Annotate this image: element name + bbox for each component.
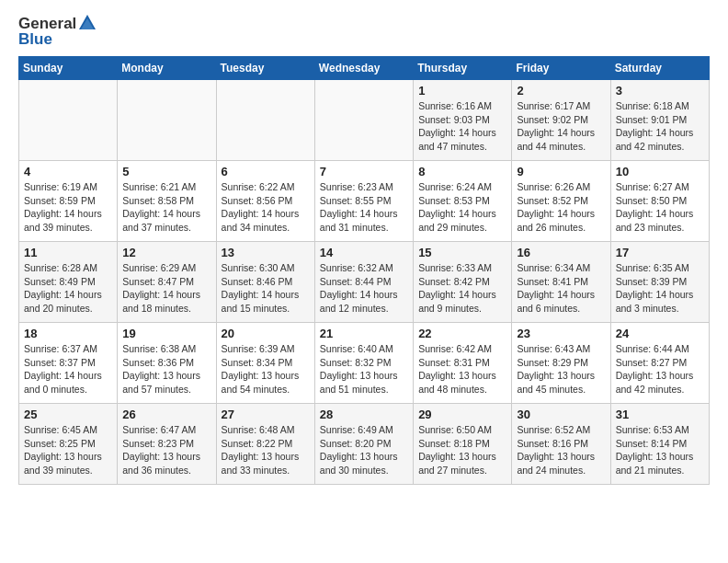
day-info: Sunrise: 6:23 AM Sunset: 8:55 PM Dayligh…: [320, 180, 408, 235]
day-number: 4: [24, 165, 112, 178]
calendar-cell: [19, 80, 118, 161]
calendar-cell: 20Sunrise: 6:39 AM Sunset: 8:34 PM Dayli…: [216, 323, 314, 404]
day-info: Sunrise: 6:34 AM Sunset: 8:41 PM Dayligh…: [517, 261, 605, 316]
calendar-cell: 17Sunrise: 6:35 AM Sunset: 8:39 PM Dayli…: [610, 242, 709, 323]
day-number: 22: [418, 327, 506, 340]
calendar-cell: 2Sunrise: 6:17 AM Sunset: 9:02 PM Daylig…: [512, 80, 610, 161]
day-number: 28: [320, 408, 408, 421]
day-info: Sunrise: 6:40 AM Sunset: 8:32 PM Dayligh…: [320, 342, 408, 396]
calendar-cell: 31Sunrise: 6:53 AM Sunset: 8:14 PM Dayli…: [610, 404, 709, 485]
day-info: Sunrise: 6:47 AM Sunset: 8:23 PM Dayligh…: [122, 423, 210, 477]
day-info: Sunrise: 6:52 AM Sunset: 8:16 PM Dayligh…: [517, 423, 605, 477]
calendar-cell: 30Sunrise: 6:52 AM Sunset: 8:16 PM Dayli…: [512, 404, 610, 485]
day-info: Sunrise: 6:33 AM Sunset: 8:42 PM Dayligh…: [418, 261, 506, 316]
calendar-cell: 15Sunrise: 6:33 AM Sunset: 8:42 PM Dayli…: [414, 242, 512, 323]
day-info: Sunrise: 6:45 AM Sunset: 8:25 PM Dayligh…: [24, 423, 112, 477]
calendar-cell: 10Sunrise: 6:27 AM Sunset: 8:50 PM Dayli…: [610, 161, 709, 242]
col-header-friday: Friday: [512, 57, 610, 80]
header: General Blue: [18, 15, 710, 49]
day-info: Sunrise: 6:29 AM Sunset: 8:47 PM Dayligh…: [122, 261, 210, 316]
day-number: 13: [222, 246, 310, 259]
calendar-cell: [314, 80, 413, 161]
calendar-cell: 14Sunrise: 6:32 AM Sunset: 8:44 PM Dayli…: [314, 242, 413, 323]
day-info: Sunrise: 6:19 AM Sunset: 8:59 PM Dayligh…: [24, 180, 112, 235]
day-number: 23: [517, 327, 605, 340]
logo-blue: Blue: [18, 30, 97, 49]
col-header-thursday: Thursday: [414, 57, 512, 80]
day-info: Sunrise: 6:28 AM Sunset: 8:49 PM Dayligh…: [24, 261, 112, 316]
day-number: 18: [24, 327, 112, 340]
day-number: 7: [320, 165, 408, 178]
calendar-week-3: 11Sunrise: 6:28 AM Sunset: 8:49 PM Dayli…: [19, 242, 710, 323]
logo: General Blue: [18, 15, 97, 49]
calendar-cell: 5Sunrise: 6:21 AM Sunset: 8:58 PM Daylig…: [118, 161, 216, 242]
calendar-cell: 22Sunrise: 6:42 AM Sunset: 8:31 PM Dayli…: [414, 323, 512, 404]
day-info: Sunrise: 6:50 AM Sunset: 8:18 PM Dayligh…: [418, 423, 506, 477]
calendar-week-4: 18Sunrise: 6:37 AM Sunset: 8:37 PM Dayli…: [19, 323, 710, 404]
calendar-cell: 19Sunrise: 6:38 AM Sunset: 8:36 PM Dayli…: [118, 323, 216, 404]
calendar-cell: 8Sunrise: 6:24 AM Sunset: 8:53 PM Daylig…: [414, 161, 512, 242]
calendar-week-2: 4Sunrise: 6:19 AM Sunset: 8:59 PM Daylig…: [19, 161, 710, 242]
day-info: Sunrise: 6:38 AM Sunset: 8:36 PM Dayligh…: [122, 342, 210, 396]
calendar-table: SundayMondayTuesdayWednesdayThursdayFrid…: [18, 56, 710, 485]
col-header-wednesday: Wednesday: [314, 57, 413, 80]
day-number: 12: [122, 246, 210, 259]
day-info: Sunrise: 6:30 AM Sunset: 8:46 PM Dayligh…: [222, 261, 310, 316]
calendar-cell: [216, 80, 314, 161]
day-number: 5: [122, 165, 210, 178]
day-number: 31: [616, 408, 704, 421]
day-info: Sunrise: 6:35 AM Sunset: 8:39 PM Dayligh…: [616, 261, 704, 316]
col-header-saturday: Saturday: [610, 57, 709, 80]
calendar-cell: 21Sunrise: 6:40 AM Sunset: 8:32 PM Dayli…: [314, 323, 413, 404]
day-info: Sunrise: 6:26 AM Sunset: 8:52 PM Dayligh…: [517, 180, 605, 235]
day-number: 2: [517, 84, 605, 98]
day-info: Sunrise: 6:32 AM Sunset: 8:44 PM Dayligh…: [320, 261, 408, 316]
day-info: Sunrise: 6:48 AM Sunset: 8:22 PM Dayligh…: [222, 423, 310, 477]
day-info: Sunrise: 6:43 AM Sunset: 8:29 PM Dayligh…: [517, 342, 605, 396]
day-info: Sunrise: 6:22 AM Sunset: 8:56 PM Dayligh…: [222, 180, 310, 235]
day-info: Sunrise: 6:39 AM Sunset: 8:34 PM Dayligh…: [222, 342, 310, 396]
day-number: 3: [616, 84, 704, 98]
day-info: Sunrise: 6:17 AM Sunset: 9:02 PM Dayligh…: [517, 99, 605, 154]
calendar-cell: 27Sunrise: 6:48 AM Sunset: 8:22 PM Dayli…: [216, 404, 314, 485]
day-number: 16: [517, 246, 605, 259]
calendar-cell: 29Sunrise: 6:50 AM Sunset: 8:18 PM Dayli…: [414, 404, 512, 485]
day-info: Sunrise: 6:21 AM Sunset: 8:58 PM Dayligh…: [122, 180, 210, 235]
calendar-cell: 16Sunrise: 6:34 AM Sunset: 8:41 PM Dayli…: [512, 242, 610, 323]
day-info: Sunrise: 6:42 AM Sunset: 8:31 PM Dayligh…: [418, 342, 506, 396]
day-number: 21: [320, 327, 408, 340]
day-number: 30: [517, 408, 605, 421]
calendar-cell: 13Sunrise: 6:30 AM Sunset: 8:46 PM Dayli…: [216, 242, 314, 323]
day-number: 20: [222, 327, 310, 340]
calendar-cell: 4Sunrise: 6:19 AM Sunset: 8:59 PM Daylig…: [19, 161, 118, 242]
day-info: Sunrise: 6:24 AM Sunset: 8:53 PM Dayligh…: [418, 180, 506, 235]
calendar-cell: 3Sunrise: 6:18 AM Sunset: 9:01 PM Daylig…: [610, 80, 709, 161]
calendar-week-5: 25Sunrise: 6:45 AM Sunset: 8:25 PM Dayli…: [19, 404, 710, 485]
day-number: 6: [222, 165, 310, 178]
calendar-cell: 18Sunrise: 6:37 AM Sunset: 8:37 PM Dayli…: [19, 323, 118, 404]
calendar-cell: 1Sunrise: 6:16 AM Sunset: 9:03 PM Daylig…: [414, 80, 512, 161]
calendar-week-1: 1Sunrise: 6:16 AM Sunset: 9:03 PM Daylig…: [19, 80, 710, 161]
calendar-cell: 24Sunrise: 6:44 AM Sunset: 8:27 PM Dayli…: [610, 323, 709, 404]
day-number: 25: [24, 408, 112, 421]
day-info: Sunrise: 6:49 AM Sunset: 8:20 PM Dayligh…: [320, 423, 408, 477]
day-info: Sunrise: 6:18 AM Sunset: 9:01 PM Dayligh…: [616, 99, 704, 154]
calendar-header-row: SundayMondayTuesdayWednesdayThursdayFrid…: [19, 57, 710, 80]
calendar-cell: 28Sunrise: 6:49 AM Sunset: 8:20 PM Dayli…: [314, 404, 413, 485]
calendar-cell: 6Sunrise: 6:22 AM Sunset: 8:56 PM Daylig…: [216, 161, 314, 242]
day-number: 26: [122, 408, 210, 421]
day-number: 29: [418, 408, 506, 421]
day-number: 14: [320, 246, 408, 259]
day-number: 11: [24, 246, 112, 259]
main-container: General Blue SundayMondayTuesdayWednesda…: [0, 0, 728, 496]
calendar-cell: 7Sunrise: 6:23 AM Sunset: 8:55 PM Daylig…: [314, 161, 413, 242]
col-header-tuesday: Tuesday: [216, 57, 314, 80]
day-info: Sunrise: 6:37 AM Sunset: 8:37 PM Dayligh…: [24, 342, 112, 396]
day-number: 17: [616, 246, 704, 259]
day-number: 19: [122, 327, 210, 340]
day-number: 9: [517, 165, 605, 178]
day-info: Sunrise: 6:44 AM Sunset: 8:27 PM Dayligh…: [616, 342, 704, 396]
day-number: 24: [616, 327, 704, 340]
calendar-cell: 9Sunrise: 6:26 AM Sunset: 8:52 PM Daylig…: [512, 161, 610, 242]
calendar-cell: [118, 80, 216, 161]
